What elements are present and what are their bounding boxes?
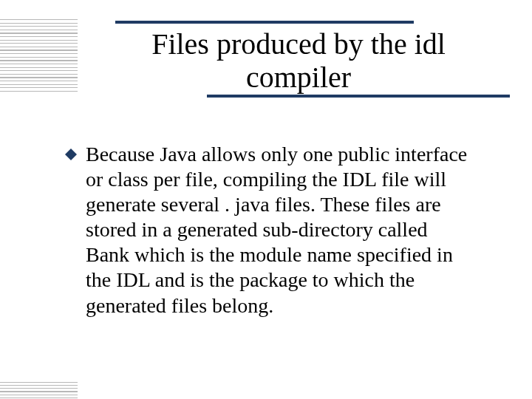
bullet-text: Because Java allows only one public inte…	[86, 142, 474, 318]
bullet-item: Because Java allows only one public inte…	[65, 142, 474, 318]
decorative-stripes-top	[0, 19, 78, 92]
decorative-stripes-bottom	[0, 378, 78, 399]
title-rule-bottom	[207, 95, 510, 98]
slide: Files produced by the idl compiler Becau…	[0, 0, 532, 399]
slide-title: Files produced by the idl compiler	[115, 21, 482, 100]
diamond-bullet-icon	[65, 149, 77, 160]
title-block: Files produced by the idl compiler	[115, 21, 482, 100]
title-rule-top	[115, 21, 414, 24]
slide-body: Because Java allows only one public inte…	[65, 142, 474, 318]
